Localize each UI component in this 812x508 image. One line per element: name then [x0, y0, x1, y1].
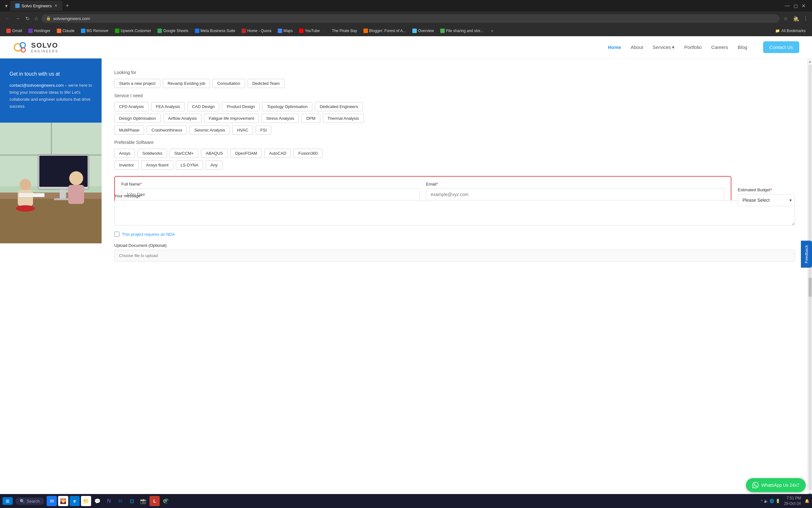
menu-button[interactable]: ⋮ [803, 15, 808, 22]
scrollbar-track[interactable] [809, 65, 812, 490]
tag-openfoam[interactable]: OpenFOAM [231, 149, 262, 158]
vertical-scrollbar[interactable]: ▲ ▼ [808, 58, 812, 497]
address-bar[interactable]: 🔒 solvoengineers.com [42, 14, 780, 23]
taskbar-search[interactable]: 🔍 Search [15, 498, 44, 505]
nav-home[interactable]: Home [608, 44, 621, 50]
tag-abaqus[interactable]: ABAQUS [201, 149, 228, 158]
tag-consultation[interactable]: Consultation [212, 79, 245, 88]
contact-email-link[interactable]: contact@solvoengineers.com [9, 83, 64, 88]
taskbar-app-terminal[interactable]: ⊡ [127, 496, 137, 506]
forward-button[interactable]: → [14, 14, 21, 23]
bookmark-more-button[interactable]: » [488, 28, 496, 34]
taskbar-app-mail[interactable]: ✉ [47, 496, 57, 506]
start-button[interactable]: ⊞ [3, 497, 13, 505]
bookmark-overview[interactable]: Overview [410, 28, 436, 34]
tag-product-design[interactable]: Product Design [222, 102, 260, 111]
bookmark-filesharing[interactable]: File sharing and stor... [438, 28, 486, 34]
taskbar-app-messaging[interactable]: 💬 [92, 496, 102, 506]
tag-starccm[interactable]: StarCCM+ [170, 149, 198, 158]
tag-hvac[interactable]: HVAC [232, 126, 253, 135]
bookmark-gmail[interactable]: Gmail [4, 28, 25, 34]
upload-input[interactable] [114, 250, 795, 261]
nav-portfolio[interactable]: Portfolio [684, 44, 702, 50]
tag-inventor[interactable]: Inventor [114, 161, 139, 170]
tag-design-optimisation[interactable]: Design Optimisation [114, 114, 161, 123]
tag-crashworthiness[interactable]: Crashworthiness [147, 126, 187, 135]
taskbar-app-explorer[interactable]: 📁 [81, 496, 91, 506]
tag-seismic-analysis[interactable]: Seismic Analysis [190, 126, 230, 135]
taskbar-app-chrome[interactable] [161, 496, 171, 506]
email-input[interactable] [426, 188, 724, 201]
tag-fea-analysis[interactable]: FEA Analysis [151, 102, 185, 111]
tag-fusion360[interactable]: Fusion360 [294, 149, 323, 158]
tag-airflow-analysis[interactable]: Airflow Analysis [163, 114, 201, 123]
bookmark-meta[interactable]: Meta Business Suite [192, 28, 238, 34]
home-button[interactable]: ⌂ [33, 14, 39, 23]
full-name-input[interactable] [121, 188, 420, 201]
tag-fatigue-life[interactable]: Fatigue life Improvement [204, 114, 259, 123]
whatsapp-button[interactable]: WhatsApp Us 24x7 [746, 478, 806, 492]
tag-fsi[interactable]: FSI [255, 126, 272, 135]
budget-select[interactable]: Please Select < $500 $500 - $1000 $1000 … [738, 194, 795, 206]
new-tab-button[interactable]: + [63, 3, 72, 9]
tag-dedicted-team[interactable]: Dedicted Team [248, 79, 284, 88]
back-button[interactable]: ← [4, 14, 11, 23]
taskbar-app-l[interactable]: L [149, 496, 160, 506]
svg-rect-20 [20, 195, 33, 196]
notification-icon[interactable]: 🔔 [805, 499, 809, 503]
tag-cfd-analysis[interactable]: CFD Analysis [114, 102, 149, 111]
close-button[interactable]: ✕ [802, 3, 806, 9]
bookmark-quora[interactable]: Home - Quora [239, 28, 274, 34]
tag-revamp-existing[interactable]: Revamp Existing job [163, 79, 210, 88]
tag-dedicated-engineers[interactable]: Dedicated Engineers [315, 102, 363, 111]
bookmark-bgremover[interactable]: BG Remover [79, 28, 111, 34]
bookmark-claude-label: Claude [62, 29, 75, 33]
bookmark-claude[interactable]: Claude [54, 28, 77, 34]
scrollbar-thumb[interactable] [809, 278, 812, 297]
nav-about[interactable]: About [631, 44, 643, 50]
minimize-button[interactable]: — [785, 3, 790, 9]
taskbar-app-edge[interactable]: e [69, 496, 80, 506]
scrollbar-up-button[interactable]: ▲ [808, 59, 812, 64]
feedback-tab[interactable]: Feedback [801, 241, 812, 267]
all-bookmarks-button[interactable]: 📁 All Bookmarks [773, 28, 808, 34]
tag-ansys[interactable]: Ansys [114, 149, 135, 158]
tag-cad-design[interactable]: CAD Design [187, 102, 220, 111]
bookmark-star-button[interactable]: ☆ [782, 14, 789, 23]
restore-button[interactable]: ◻ [794, 3, 798, 9]
tag-stress-analysis[interactable]: Stress Analysis [261, 114, 299, 123]
tag-ansys-fluent[interactable]: Ansys fluent [141, 161, 173, 170]
taskbar-app-linkedin[interactable]: in [115, 496, 126, 506]
tag-topology-optimisation[interactable]: Topology Optimisation [262, 102, 313, 111]
tag-solidworks[interactable]: Solidworks [137, 149, 167, 158]
nav-careers[interactable]: Careers [711, 44, 728, 50]
tag-thermal-analysis[interactable]: Thermal Analysis [323, 114, 364, 123]
active-tab[interactable]: Solvo Engineers ✕ [10, 1, 62, 11]
tag-starts-new-project[interactable]: Starts a new project [114, 79, 160, 88]
tag-any[interactable]: Any [206, 161, 222, 170]
taskbar-app-nerdio[interactable]: N [104, 496, 114, 506]
message-textarea[interactable] [114, 200, 795, 225]
tab-close-button[interactable]: ✕ [54, 3, 57, 8]
taskbar-app-photos[interactable]: 🌄 [58, 496, 68, 506]
bookmark-maps[interactable]: Maps [275, 28, 295, 34]
bookmark-blogger[interactable]: Blogger: Forest of A... [361, 28, 409, 34]
nda-label[interactable]: This project requires an NDA [122, 232, 175, 237]
bookmark-upwork[interactable]: Upwork Customer [112, 28, 154, 34]
tab-list-button[interactable]: ▾ [3, 3, 10, 9]
tag-dpm[interactable]: DPM [301, 114, 320, 123]
tag-autocad[interactable]: AutoCAD [265, 149, 291, 158]
tag-multiphase[interactable]: MultiPhase [114, 126, 144, 135]
contact-nav-button[interactable]: Contact Us [763, 41, 799, 53]
bookmark-piratebay[interactable]: The Pirate Bay [324, 28, 359, 34]
nav-blog[interactable]: Blog [738, 44, 747, 50]
reload-button[interactable]: ↻ [24, 14, 31, 23]
nav-services[interactable]: Services ▾ [653, 44, 675, 50]
nda-checkbox[interactable] [114, 231, 120, 237]
tag-ls-dyna[interactable]: LS-DYNA [176, 161, 203, 170]
bookmark-gsheets[interactable]: Google Sheets [155, 28, 191, 34]
bookmark-hostinger[interactable]: Hostinger [26, 28, 53, 34]
left-panel: Get in touch with us at contact@solvoeng… [0, 58, 102, 497]
taskbar-app-instagram[interactable]: 📸 [138, 496, 148, 506]
bookmark-youtube[interactable]: YouTube [296, 28, 322, 34]
